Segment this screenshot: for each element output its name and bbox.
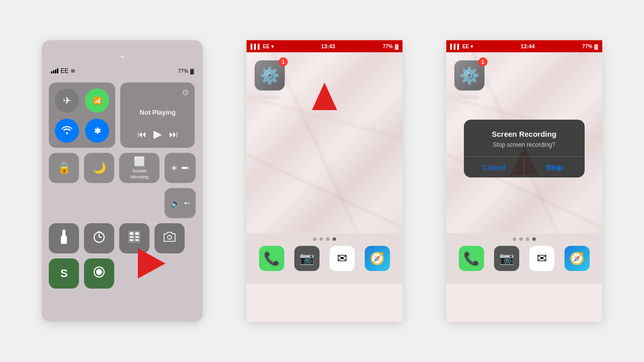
svg-rect-8 — [135, 236, 139, 238]
gmail-app-3[interactable]: ✉ — [529, 246, 554, 271]
screen-record-button[interactable] — [84, 258, 114, 289]
status-right-2: 77% ▓ — [383, 44, 398, 49]
middle-controls-row: 🔒 🌙 ⬜ ScreenMirroring ☀ 🔈 — [49, 153, 196, 218]
bluetooth-icon: ✱ — [94, 126, 101, 136]
carrier-name-3: EE — [462, 44, 469, 49]
calculator-icon — [128, 231, 140, 246]
orientation-lock-icon: 🔒 — [57, 161, 71, 174]
arrow-up-icon-2 — [312, 82, 337, 110]
home-screen-bg: ⚙️ 1 Settings — [247, 52, 403, 233]
close-chevron[interactable]: ⌄ — [49, 48, 196, 60]
phone-icon-3: 📞 — [463, 251, 479, 266]
safari-icon: 🧭 — [370, 251, 385, 265]
home-area-3: 📞 📷 ✉ 🧭 — [446, 233, 602, 284]
volume-icon: 🔈 — [171, 199, 181, 208]
camera-dock-icon-3: 📷 — [499, 251, 514, 265]
gmail-icon: ✉ — [337, 251, 347, 265]
carrier-label: EE — [60, 67, 68, 74]
settings-label: Settings — [260, 93, 280, 99]
page-dot-3-3 — [526, 237, 529, 241]
settings-label-3: Settings — [459, 93, 479, 99]
settings-app-3[interactable]: ⚙️ 1 Settings — [454, 60, 485, 99]
iphone-homescreen-panel: ▌▌▌ EE ▾ 13:43 77% ▓ ⚙️ 1 Settings — [247, 40, 403, 322]
camera-icon — [163, 231, 176, 245]
carrier-info-3: ▌▌▌ EE ▾ — [450, 44, 473, 49]
orientation-lock-button[interactable]: 🔒 — [49, 153, 79, 183]
flashlight-button[interactable] — [49, 223, 79, 253]
control-center-panel: ⌄ EE ≋ 77% ▓ ✈ 📶 — [42, 40, 203, 322]
flashlight-icon — [59, 230, 69, 247]
wifi-icon — [61, 125, 72, 137]
svg-rect-10 — [135, 239, 139, 241]
phone-app[interactable]: 📞 — [259, 246, 284, 271]
page-dot-1 — [313, 237, 316, 241]
settings-icon[interactable]: ⚙️ 1 — [255, 60, 285, 90]
safari-icon-3: 🧭 — [570, 251, 585, 265]
camera-dock-icon: 📷 — [299, 251, 314, 265]
page-dot-3-1 — [513, 237, 516, 241]
page-dot-4 — [333, 237, 336, 241]
cellular-button[interactable]: 📶 — [85, 88, 109, 113]
battery-icon-2: ▓ — [395, 44, 398, 49]
arrow-right-icon — [138, 248, 166, 279]
cancel-button[interactable]: Cancel — [464, 157, 525, 177]
gmail-icon-3: ✉ — [537, 251, 547, 265]
signal-icon-3: ▌▌▌ — [450, 44, 461, 49]
home-screen-bg-3: ⚙️ 1 Settings Screen Recording Stop scre… — [446, 52, 602, 233]
arrow-up-indicator-2 — [312, 82, 337, 110]
svg-rect-7 — [130, 236, 133, 238]
page-dot-3-4 — [532, 237, 536, 241]
fast-forward-button[interactable]: ⏭ — [169, 129, 178, 140]
camera-app-3[interactable]: 📷 — [494, 246, 519, 271]
battery-percentage: 77% — [178, 68, 188, 74]
do-not-disturb-button[interactable]: 🌙 — [84, 153, 114, 183]
gmail-app[interactable]: ✉ — [330, 246, 355, 271]
screen-mirroring-label: ScreenMirroring — [131, 168, 149, 180]
phone-app-3[interactable]: 📞 — [459, 246, 484, 271]
airplane-mode-button[interactable]: ✈ — [55, 88, 79, 113]
camera-app[interactable]: 📷 — [294, 246, 319, 271]
timer-button[interactable] — [84, 223, 114, 253]
status-time-2: 13:43 — [321, 43, 335, 49]
screen-mirroring-button[interactable]: ⬜ ScreenMirroring — [119, 153, 159, 183]
record-icon — [94, 266, 105, 281]
svg-rect-6 — [135, 232, 139, 235]
settings-icon-3[interactable]: ⚙️ 1 — [454, 60, 485, 90]
settings-app[interactable]: ⚙️ 1 Settings — [255, 60, 285, 99]
dialog-subtitle: Stop screen recording? — [472, 141, 577, 148]
connectivity-widget: ✈ 📶 ✱ — [49, 82, 115, 148]
wifi-button[interactable] — [55, 119, 79, 143]
signal-strength — [51, 68, 58, 73]
home-area-2: 📞 📷 ✉ 🧭 — [247, 233, 403, 284]
app-icons-row-3: ⚙️ 1 Settings — [446, 52, 602, 107]
playback-controls: ⏮ ▶ ⏭ — [137, 128, 178, 141]
svg-rect-9 — [130, 239, 133, 241]
status-bar: EE ≋ 77% ▓ — [49, 67, 196, 74]
volume-slider[interactable]: 🔈 — [165, 188, 196, 218]
settings-badge: 1 — [279, 57, 288, 66]
bottom-controls-row — [49, 223, 196, 253]
iphone-status-bar-2: ▌▌▌ EE ▾ 13:43 77% ▓ — [247, 40, 403, 52]
screen-recording-dialog: Screen Recording Stop screen recording? … — [464, 120, 585, 177]
now-playing-widget: ⊙ Not Playing ⏮ ▶ ⏭ — [120, 82, 195, 148]
now-playing-title: Not Playing — [140, 109, 176, 116]
wifi-status-icon: ≋ — [70, 67, 75, 74]
bluetooth-button[interactable]: ✱ — [85, 119, 109, 143]
stop-button[interactable]: Stop — [524, 157, 585, 177]
airplay-icon[interactable]: ⊙ — [182, 87, 189, 97]
safari-app[interactable]: 🧭 — [365, 246, 390, 271]
volume-track — [185, 202, 190, 204]
svg-point-13 — [96, 269, 102, 275]
play-pause-button[interactable]: ▶ — [153, 128, 162, 141]
brightness-slider[interactable]: ☀ — [165, 153, 196, 183]
shazam-button[interactable]: S — [49, 258, 79, 289]
moon-icon: 🌙 — [93, 161, 106, 174]
safari-app-3[interactable]: 🧭 — [565, 246, 590, 271]
screen-mirroring-icon: ⬜ — [134, 156, 145, 167]
iphone-recording-panel: ▌▌▌ EE ▾ 13:44 77% ▓ ⚙️ 1 Settings Scree… — [446, 40, 602, 322]
cellular-icon: 📶 — [93, 97, 102, 105]
dialog-body: Screen Recording Stop screen recording? — [464, 120, 585, 148]
rewind-button[interactable]: ⏮ — [137, 129, 146, 140]
page-dots-3 — [513, 237, 536, 241]
battery-pct-2: 77% — [383, 44, 393, 49]
